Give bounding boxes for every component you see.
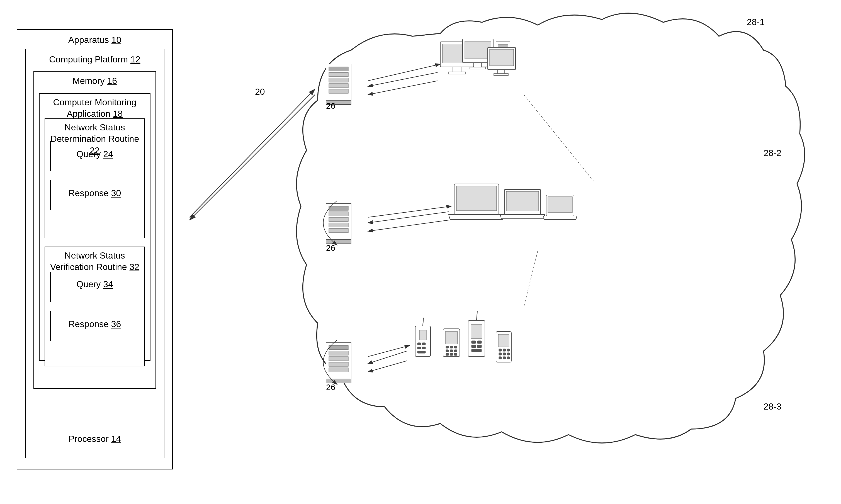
response36-label: Response 36: [50, 319, 139, 330]
nsvr-num: 32: [129, 262, 140, 272]
svg-rect-51: [422, 347, 426, 349]
query24-num: 24: [103, 149, 113, 159]
svg-rect-81: [503, 357, 506, 359]
svg-rect-79: [507, 353, 510, 355]
svg-rect-35: [506, 192, 539, 211]
svg-rect-26: [329, 206, 348, 210]
svg-rect-65: [471, 325, 482, 339]
svg-rect-10: [449, 72, 465, 74]
svg-rect-78: [503, 353, 506, 355]
svg-rect-50: [417, 347, 421, 349]
svg-rect-60: [454, 350, 457, 352]
computing-num: 12: [130, 54, 140, 64]
server3-num-label: 26: [326, 382, 335, 392]
svg-rect-67: [471, 341, 476, 343]
svg-rect-56: [450, 346, 453, 348]
server-2: [326, 203, 351, 244]
svg-rect-30: [329, 229, 348, 233]
processor-label: Processor 14: [25, 433, 164, 445]
svg-rect-62: [450, 353, 453, 356]
svg-rect-27: [329, 212, 348, 216]
cloud-label: 20: [255, 87, 265, 97]
svg-rect-77: [499, 353, 502, 355]
svg-rect-39: [329, 345, 348, 350]
svg-rect-1: [329, 67, 348, 71]
memory-label: Memory 16: [33, 75, 156, 87]
svg-rect-55: [446, 346, 449, 348]
svg-rect-61: [446, 353, 449, 356]
svg-rect-19: [498, 44, 508, 47]
main-arrow-left: [190, 95, 315, 220]
svg-rect-42: [329, 362, 348, 366]
svg-rect-82: [507, 357, 510, 359]
svg-rect-58: [446, 350, 449, 352]
svg-rect-71: [471, 349, 482, 352]
svg-rect-41: [329, 357, 348, 361]
svg-rect-43: [329, 368, 348, 372]
server-1: [326, 64, 351, 105]
svg-rect-68: [477, 341, 482, 343]
svg-rect-52: [417, 351, 426, 353]
svg-rect-24: [494, 74, 508, 75]
svg-rect-2: [329, 72, 348, 77]
apparatus-section: Apparatus 10 Computing Platform 12 Memor…: [17, 29, 173, 475]
svg-rect-37: [548, 197, 572, 213]
svg-rect-3: [329, 78, 348, 82]
svg-rect-33: [457, 186, 497, 211]
svg-rect-54: [445, 331, 458, 344]
cma-num: 18: [113, 109, 123, 119]
nsvr-label: Network StatusVerification Routine 32: [44, 250, 145, 273]
svg-rect-80: [499, 357, 502, 359]
group3-label: 28-3: [764, 401, 781, 412]
response36-num: 36: [111, 319, 121, 329]
cma-label: Computer MonitoringApplication 18: [39, 97, 150, 120]
svg-rect-75: [503, 349, 506, 351]
computing-label: Computing Platform 12: [25, 54, 164, 66]
svg-rect-46: [419, 330, 426, 340]
main-arrow-right: [190, 89, 315, 217]
svg-rect-5: [329, 89, 348, 93]
server1-num-label: 26: [326, 101, 335, 110]
server-3: [326, 343, 351, 383]
group2-label: 28-2: [764, 148, 781, 158]
processor-num: 14: [111, 434, 121, 444]
svg-rect-73: [498, 334, 509, 347]
svg-rect-22: [489, 49, 514, 66]
cloud-section: 20 28-1 28-2 28-3 26: [190, 0, 819, 504]
response30-label: Response 30: [50, 187, 139, 199]
svg-rect-59: [450, 350, 453, 352]
svg-rect-74: [499, 349, 502, 351]
apparatus-label: Apparatus 10: [17, 34, 173, 46]
svg-rect-49: [422, 343, 426, 345]
query34-label: Query 34: [50, 278, 139, 290]
svg-rect-15: [465, 41, 491, 59]
svg-rect-29: [329, 223, 348, 227]
svg-rect-63: [454, 353, 457, 356]
query24-label: Query 24: [50, 148, 139, 160]
svg-rect-28: [329, 217, 348, 221]
svg-rect-4: [329, 84, 348, 88]
svg-rect-57: [454, 346, 457, 348]
svg-rect-48: [417, 343, 421, 345]
group1-label: 28-1: [747, 17, 765, 27]
memory-num: 16: [107, 76, 117, 86]
svg-rect-9: [453, 67, 461, 72]
svg-rect-76: [507, 349, 510, 351]
svg-rect-17: [470, 67, 485, 69]
response30-num: 30: [111, 188, 121, 198]
diagram-container: Apparatus 10 Computing Platform 12 Memor…: [0, 0, 841, 504]
svg-rect-40: [329, 351, 348, 355]
server2-num-label: 26: [326, 243, 335, 252]
cloud-shape: [297, 13, 805, 443]
apparatus-num: 10: [111, 35, 122, 45]
svg-rect-69: [471, 345, 476, 348]
query34-num: 34: [103, 279, 113, 289]
network-diagram: 20 28-1 28-2 28-3 26: [190, 0, 819, 504]
svg-rect-70: [477, 345, 482, 348]
